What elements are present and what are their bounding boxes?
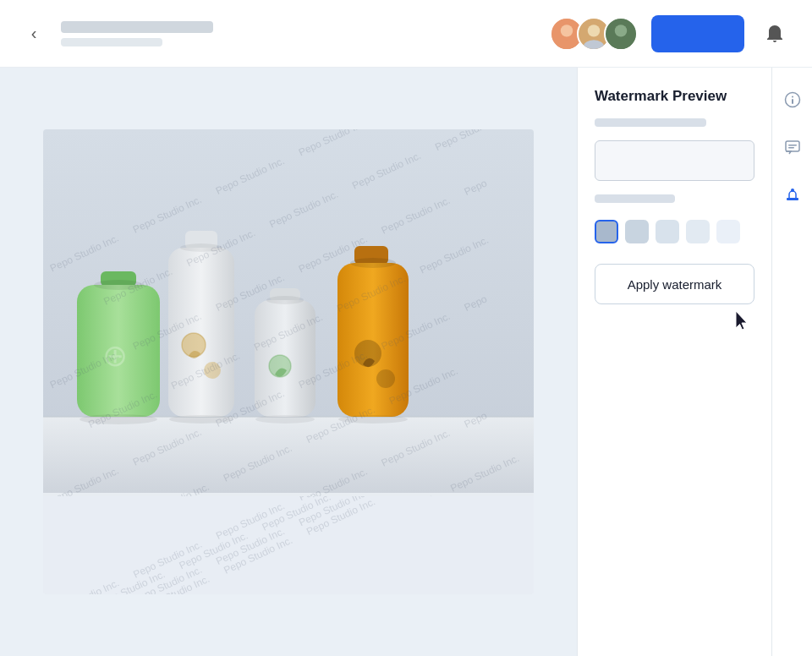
skeleton-bar-1 [595, 118, 706, 127]
svg-point-33 [338, 415, 408, 424]
svg-point-27 [350, 258, 396, 268]
svg-rect-10 [43, 417, 534, 493]
apply-watermark-button[interactable]: Apply watermark [595, 264, 754, 304]
svg-point-1 [561, 25, 573, 36]
svg-point-30 [80, 414, 157, 424]
color-swatch-5[interactable] [716, 220, 740, 243]
skeleton-bar-2 [595, 194, 675, 203]
header-text [61, 21, 213, 46]
header-title-bar [61, 21, 213, 33]
color-swatch-3[interactable] [656, 220, 679, 243]
watermark-text: Pepo Studio Inc. [131, 569, 219, 594]
header-subtitle-bar [61, 38, 162, 46]
svg-rect-37 [786, 141, 799, 151]
watermark-text: Pepo Studio Inc. [206, 496, 294, 545]
watermark-text: Pepo Studio Inc. [214, 530, 302, 579]
avatar-group [550, 17, 638, 51]
watermark-row: Pepo Studio Inc. Pepo Studio Inc. Pepo S… [43, 496, 491, 594]
back-button[interactable]: ‹ [20, 20, 47, 47]
svg-rect-39 [788, 147, 794, 149]
image-container: ⊕ [43, 129, 534, 594]
svg-point-18 [180, 243, 222, 252]
bell-icon [765, 24, 785, 44]
svg-point-20 [204, 362, 221, 379]
info-button[interactable] [777, 85, 808, 115]
color-options [595, 220, 754, 243]
bell-button[interactable] [758, 17, 792, 51]
watermark-text: Pepo Studio Inc. [86, 564, 174, 594]
watermark-text: Pepo Studio Inc. [206, 521, 294, 570]
watermark-text: Pepo Studio Inc. [123, 560, 211, 594]
cursor-icon [736, 311, 751, 331]
svg-text:⊕: ⊕ [102, 339, 128, 373]
color-swatch-2[interactable] [625, 220, 649, 243]
watermark-text: Pepo Studio Inc. [335, 496, 423, 498]
side-icon-panel [771, 68, 812, 656]
header-right [550, 15, 792, 52]
watermark-text-input[interactable] [595, 140, 754, 181]
svg-point-41 [791, 189, 794, 192]
cta-button[interactable] [651, 15, 744, 52]
svg-point-31 [169, 415, 233, 424]
svg-point-7 [615, 25, 627, 36]
avatar [604, 17, 638, 51]
watermark-row: Pepo Studio Inc. Pepo Studio Inc. Pepo S… [86, 496, 534, 594]
watermark-row: Pepo Studio Inc. Pepo Studio Inc. Pepo S… [48, 496, 498, 594]
svg-point-36 [792, 96, 793, 98]
main: ⊕ [0, 68, 812, 656]
info-icon [784, 91, 801, 108]
below-image-area: Pepo Studio Inc. Pepo Studio Inc. Pepo S… [43, 496, 534, 594]
svg-point-14 [94, 280, 143, 290]
canvas-area: ⊕ [0, 68, 577, 656]
color-swatch-4[interactable] [686, 220, 710, 243]
stamp-button[interactable] [777, 179, 808, 210]
watermark-text: Pepo Studio Inc. [289, 496, 377, 532]
header: ‹ [0, 0, 812, 68]
svg-point-23 [266, 296, 304, 304]
svg-rect-35 [792, 99, 793, 104]
svg-point-29 [376, 369, 395, 388]
svg-rect-17 [168, 248, 234, 417]
watermark-row: Pepo Studio Inc. Pepo Studio Inc. Pepo S… [43, 496, 491, 594]
svg-rect-40 [787, 198, 798, 200]
header-left: ‹ [20, 20, 213, 47]
watermark-text: Pepo Studio Inc. [43, 573, 129, 594]
below-watermark: Pepo Studio Inc. Pepo Studio Inc. Pepo S… [43, 496, 534, 594]
comment-button[interactable] [777, 132, 808, 162]
watermark-text: Pepo Studio Inc. [289, 496, 377, 506]
watermark-text: Pepo Studio Inc. [252, 496, 340, 536]
product-scene: ⊕ [43, 129, 534, 493]
right-panel: Watermark Preview Apply watermark [577, 68, 771, 656]
panel-title: Watermark Preview [595, 88, 754, 105]
svg-rect-26 [337, 263, 409, 417]
stamp-icon [784, 186, 801, 203]
watermark-text: Pepo Studio Inc. [297, 496, 385, 541]
cursor-area [595, 311, 751, 331]
color-swatch-1[interactable] [595, 220, 618, 243]
comment-icon [784, 139, 801, 156]
svg-point-4 [588, 25, 600, 36]
svg-rect-38 [788, 145, 797, 146]
watermark-text: Pepo Studio Inc. [123, 534, 211, 583]
watermark-text: Pepo Studio Inc. [169, 526, 257, 575]
svg-point-32 [255, 415, 315, 424]
